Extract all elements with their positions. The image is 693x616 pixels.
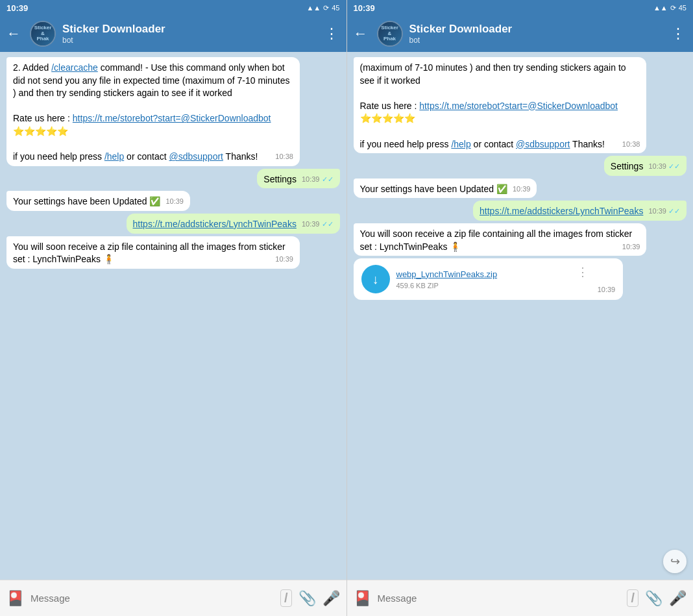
msg-time-1-right: 10:38: [622, 140, 640, 149]
zip-text-right: You will soon receive a zip file contain…: [360, 228, 633, 252]
msg-time-3-right: 10:39: [513, 184, 531, 194]
header-title-left: Sticker Downloader: [62, 23, 318, 36]
back-button-right[interactable]: ←: [354, 25, 368, 42]
updated-text-left: Your settings have been Updated ✅: [13, 196, 160, 206]
status-time-left: 10:39: [6, 3, 28, 13]
status-bar-left: 10:39 ▲▲ ⟳ 45: [0, 0, 346, 16]
more-button-right[interactable]: ⋮: [671, 25, 687, 42]
msg-received-updated-right: Your settings have been Updated ✅ 10:39: [354, 179, 537, 199]
settings-text-right: Settings: [611, 161, 644, 171]
storebot-link-left[interactable]: https://t.me/storebot?start=@StickerDown…: [73, 113, 271, 123]
right-panel: 10:39 ▲▲ ⟳ 45 ← Sticker&Phak Sticker Dow…: [347, 0, 694, 616]
tick2-icon-right: ✓✓: [668, 207, 680, 215]
status-icons-left: ▲▲ ⟳ 45: [306, 4, 339, 12]
msg-time-1-left: 10:38: [275, 152, 293, 162]
msg-time-2-right: 10:39 ✓✓: [648, 162, 680, 171]
bottom-bar-left: 🎴 / 📎 🎤: [0, 580, 346, 616]
msg-received-updated-left: Your settings have been Updated ✅ 10:39: [6, 191, 190, 211]
wifi-icon-right: ⟳: [670, 4, 676, 12]
chat-area-right: (maximum of 7-10 minutes ) and then try …: [347, 52, 694, 580]
addstickers-link-right[interactable]: https://t.me/addstickers/LynchTwinPeaks: [480, 206, 643, 216]
msg-text: 2. Added /clearcache command! - Use this…: [13, 62, 289, 98]
settings-text-left: Settings: [263, 174, 297, 184]
battery-icon: 45: [332, 4, 339, 12]
file-size-right: 459.6 KB ZIP: [396, 282, 570, 290]
attach-icon-left[interactable]: 📎: [298, 590, 316, 607]
help-text: if you need help press /help or contact …: [13, 151, 258, 162]
slash-icon-left[interactable]: /: [280, 589, 292, 607]
file-name-right: webp_LynchTwinPeaks.zip: [396, 269, 570, 280]
msg-received-1-right: (maximum of 7-10 minutes ) and then try …: [354, 57, 647, 153]
msg-received-zip-left: You will soon receive a zip file contain…: [6, 236, 300, 269]
file-info-right: webp_LynchTwinPeaks.zip 459.6 KB ZIP: [396, 269, 570, 290]
file-bubble-right: ↓ webp_LynchTwinPeaks.zip 459.6 KB ZIP ⋮…: [354, 258, 624, 300]
header-sub-right: bot: [409, 36, 665, 45]
download-button-right[interactable]: ↓: [361, 265, 390, 293]
header-title-right: Sticker Downloader: [409, 23, 665, 36]
msg-sent-settings-left: Settings 10:39 ✓✓: [257, 169, 339, 189]
chat-area-left: 2. Added /clearcache command! - Use this…: [0, 52, 346, 580]
file-more-icon[interactable]: ⋮: [577, 265, 589, 279]
msg-time-3-left: 10:39: [165, 197, 184, 206]
storebot-link-right[interactable]: https://t.me/storebot?start=@StickerDown…: [419, 101, 618, 111]
msg-sent-link-right: https://t.me/addstickers/LynchTwinPeaks …: [473, 201, 687, 221]
more-button-left[interactable]: ⋮: [324, 25, 340, 42]
share-icon: ↪: [670, 554, 680, 569]
msg-time-6-right: 10:39: [598, 286, 616, 293]
bottom-bar-right: 🎴 / 📎 🎤: [347, 580, 694, 616]
share-button-right[interactable]: ↪: [663, 550, 687, 573]
back-button-left[interactable]: ←: [6, 25, 21, 42]
help-text-right: if you need help press /help or contact …: [360, 139, 605, 149]
mic-icon-left[interactable]: 🎤: [322, 590, 340, 607]
header-info-left: Sticker Downloader bot: [62, 23, 318, 45]
msg-received-1-left: 2. Added /clearcache command! - Use this…: [6, 57, 300, 166]
status-icons-right: ▲▲ ⟳ 45: [653, 4, 687, 12]
signal-icon-right: ▲▲: [653, 4, 668, 12]
msg-time-2-left: 10:39 ✓✓: [302, 175, 334, 184]
chat-header-left: ← Sticker&Phak Sticker Downloader bot ⋮: [0, 16, 346, 52]
rate-text-right: Rate us here : https://t.me/storebot?sta…: [360, 101, 618, 124]
help-link-left[interactable]: /help: [104, 151, 124, 162]
msg-time-4-left: 10:39 ✓✓: [302, 219, 334, 229]
msg-time-5-right: 10:39: [622, 242, 640, 252]
attach-icon-right[interactable]: 📎: [645, 590, 663, 607]
wifi-icon: ⟳: [323, 4, 329, 12]
sticker-icon-right[interactable]: 🎴: [354, 590, 371, 607]
avatar-left: Sticker&Phak: [30, 21, 56, 47]
message-input-right[interactable]: [378, 593, 621, 604]
help-link-right[interactable]: /help: [451, 139, 470, 149]
msg-time-5-left: 10:39: [275, 254, 293, 264]
partial-text-right: (maximum of 7-10 minutes ) and then try …: [360, 62, 626, 86]
chat-header-right: ← Sticker&Phak Sticker Downloader bot ⋮: [347, 16, 694, 52]
file-msg-right: ↓ webp_LynchTwinPeaks.zip 459.6 KB ZIP ⋮…: [354, 258, 660, 300]
left-panel: 10:39 ▲▲ ⟳ 45 ← Sticker&Phak Sticker Dow…: [0, 0, 347, 616]
msg-sent-link-left: https://t.me/addstickers/LynchTwinPeaks …: [127, 214, 340, 234]
msg-sent-settings-right: Settings 10:39 ✓✓: [604, 156, 687, 176]
updated-text-right: Your settings have been Updated ✅: [360, 184, 507, 194]
mic-icon-right[interactable]: 🎤: [669, 590, 687, 607]
battery-icon-right: 45: [679, 4, 687, 12]
slash-icon-right[interactable]: /: [627, 589, 638, 607]
message-input-left[interactable]: [30, 593, 274, 604]
zip-text-left: You will soon receive a zip file contain…: [13, 241, 286, 265]
addstickers-link-left[interactable]: https://t.me/addstickers/LynchTwinPeaks: [133, 219, 297, 229]
sdb-link-left[interactable]: @sdbsupport: [169, 151, 223, 162]
header-info-right: Sticker Downloader bot: [409, 23, 665, 45]
tick2-icon-left: ✓✓: [322, 220, 334, 228]
rate-text: Rate us here : https://t.me/storebot?sta…: [13, 113, 271, 136]
msg-time-4-right: 10:39 ✓✓: [648, 206, 680, 216]
sdb-link-right[interactable]: @sdbsupport: [516, 139, 570, 149]
download-icon: ↓: [372, 272, 379, 287]
status-time-right: 10:39: [354, 3, 375, 13]
msg-received-zip-right: You will soon receive a zip file contain…: [354, 223, 647, 256]
sticker-icon-left[interactable]: 🎴: [6, 590, 24, 607]
clearcache-link[interactable]: /clearcache: [51, 62, 98, 73]
header-sub-left: bot: [62, 36, 318, 45]
tick-icon-left: ✓✓: [322, 175, 334, 183]
tick-icon-right: ✓✓: [668, 162, 680, 170]
status-bar-right: 10:39 ▲▲ ⟳ 45: [347, 0, 694, 16]
avatar-right: Sticker&Phak: [377, 21, 403, 47]
signal-icon: ▲▲: [306, 4, 321, 12]
